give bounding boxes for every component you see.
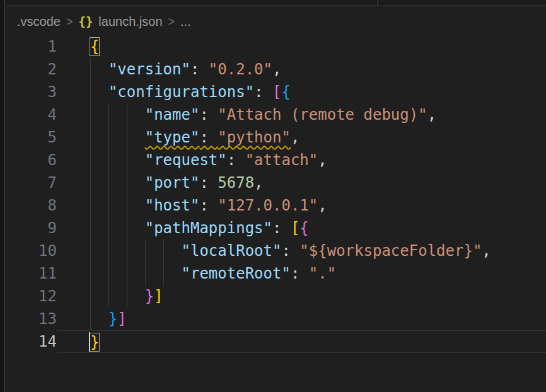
token: , <box>482 242 491 260</box>
code-line[interactable]: 2 "version": "0.2.0", <box>6 58 546 81</box>
line-number[interactable]: 2 <box>6 58 57 81</box>
indent-guide <box>90 171 91 194</box>
code-editor[interactable]: 1{2 "version": "0.2.0",3 "configurations… <box>6 35 546 353</box>
breadcrumb-symbol-ellipsis[interactable]: ... <box>180 14 191 29</box>
token <box>90 242 182 260</box>
token: : <box>291 265 309 282</box>
line-number[interactable]: 3 <box>6 81 57 103</box>
code-line[interactable]: 7 "port": 5678, <box>6 171 546 194</box>
indent-guide <box>145 239 146 262</box>
token: : <box>199 106 218 124</box>
code-line[interactable]: 3 "configurations": [{ <box>6 81 546 103</box>
code-line[interactable]: 13 }] <box>6 308 546 330</box>
chevron-right-icon: > <box>168 14 175 29</box>
code-line[interactable]: 5 "type": "python", <box>6 126 546 149</box>
line-number[interactable]: 13 <box>6 308 57 330</box>
token: } <box>90 333 99 351</box>
token: : <box>190 61 209 78</box>
code-line-body[interactable]: "configurations": [{ <box>57 81 546 103</box>
code-line[interactable]: 4 "name": "Attach (remote debug)", <box>6 103 546 126</box>
code-line-body[interactable]: "request": "attach", <box>57 149 546 171</box>
code-line-body[interactable]: "port": 5678, <box>57 171 546 194</box>
token <box>90 83 108 101</box>
code-line-body[interactable]: "remoteRoot": "." <box>57 262 546 285</box>
token <box>90 106 145 124</box>
indent-guide <box>127 262 127 285</box>
token: , <box>291 129 299 146</box>
indent-guide <box>108 262 109 285</box>
indent-guide <box>127 217 127 239</box>
token: , <box>318 197 327 214</box>
token: "version" <box>108 61 190 78</box>
line-number[interactable]: 4 <box>6 103 57 126</box>
token: { <box>281 83 290 101</box>
line-number[interactable]: 5 <box>6 126 57 149</box>
code-line-body[interactable]: "type": "python", <box>57 126 546 149</box>
tab-bar <box>6 0 546 6</box>
indent-guide <box>127 194 127 217</box>
token <box>90 265 182 282</box>
token: "name" <box>145 106 200 124</box>
code-line-body[interactable]: }] <box>57 285 546 308</box>
warning-squiggle-token: "python" <box>218 129 291 146</box>
code-line[interactable]: 10 "localRoot": "${workspaceFolder}", <box>6 239 546 262</box>
token: "attach" <box>245 151 318 169</box>
code-line[interactable]: 8 "host": "127.0.0.1", <box>6 194 546 217</box>
line-number[interactable]: 12 <box>6 285 57 308</box>
code-line-body[interactable]: "localRoot": "${workspaceFolder}", <box>57 239 546 262</box>
token: ] <box>117 310 126 328</box>
indent-guide <box>163 239 164 262</box>
token: : <box>227 151 245 169</box>
token: { <box>299 219 308 237</box>
warning-squiggle-token: : <box>199 129 218 146</box>
code-line[interactable]: 12 }] <box>6 285 546 308</box>
line-number[interactable]: 11 <box>6 262 57 285</box>
token: 5678 <box>218 174 254 192</box>
token: } <box>145 287 154 305</box>
line-number[interactable]: 10 <box>6 239 57 262</box>
token: "port" <box>145 174 200 192</box>
token <box>90 219 145 237</box>
token: "${workspaceFolder}" <box>299 242 482 260</box>
indent-guide <box>127 149 127 171</box>
indent-guide <box>90 58 91 81</box>
code-line-body[interactable]: { <box>57 35 546 58</box>
token: } <box>108 310 117 328</box>
indent-guide <box>90 285 91 308</box>
token <box>90 287 145 305</box>
code-line-body[interactable]: "pathMappings": [{ <box>57 217 546 239</box>
token <box>90 310 108 328</box>
code-line-body[interactable]: }] <box>57 308 546 330</box>
indent-guide <box>90 217 91 239</box>
indent-guide <box>108 217 109 239</box>
indent-guide <box>108 194 109 217</box>
code-line[interactable]: 9 "pathMappings": [{ <box>6 217 546 239</box>
code-line[interactable]: 1{ <box>6 35 546 58</box>
indent-guide <box>90 262 91 285</box>
code-line-body[interactable]: } <box>57 330 546 353</box>
line-number[interactable]: 9 <box>6 217 57 239</box>
code-line-body[interactable]: "version": "0.2.0", <box>57 58 546 81</box>
line-number[interactable]: 1 <box>6 35 57 58</box>
breadcrumb-folder[interactable]: .vscode <box>17 14 61 29</box>
token: "host" <box>145 197 200 214</box>
code-line-body[interactable]: "host": "127.0.0.1", <box>57 194 546 217</box>
sidebar-edge <box>0 0 5 392</box>
token <box>90 129 145 146</box>
token: "remoteRoot" <box>182 265 291 282</box>
code-line[interactable]: 11 "remoteRoot": "." <box>6 262 546 285</box>
token: : <box>254 83 272 101</box>
code-line-body[interactable]: "name": "Attach (remote debug)", <box>57 103 546 126</box>
indent-guide <box>127 285 127 308</box>
line-number[interactable]: 6 <box>6 149 57 171</box>
breadcrumb-file[interactable]: launch.json <box>98 14 162 29</box>
indent-guide <box>163 262 164 285</box>
indent-guide <box>108 103 109 126</box>
line-number[interactable]: 7 <box>6 171 57 194</box>
code-line[interactable]: 14} <box>6 330 546 353</box>
line-number[interactable]: 8 <box>6 194 57 217</box>
indent-guide <box>127 126 127 149</box>
line-number[interactable]: 14 <box>6 330 57 353</box>
editor-group: .vscode > {} launch.json > ... 1{2 "vers… <box>6 8 546 392</box>
code-line[interactable]: 6 "request": "attach", <box>6 149 546 171</box>
